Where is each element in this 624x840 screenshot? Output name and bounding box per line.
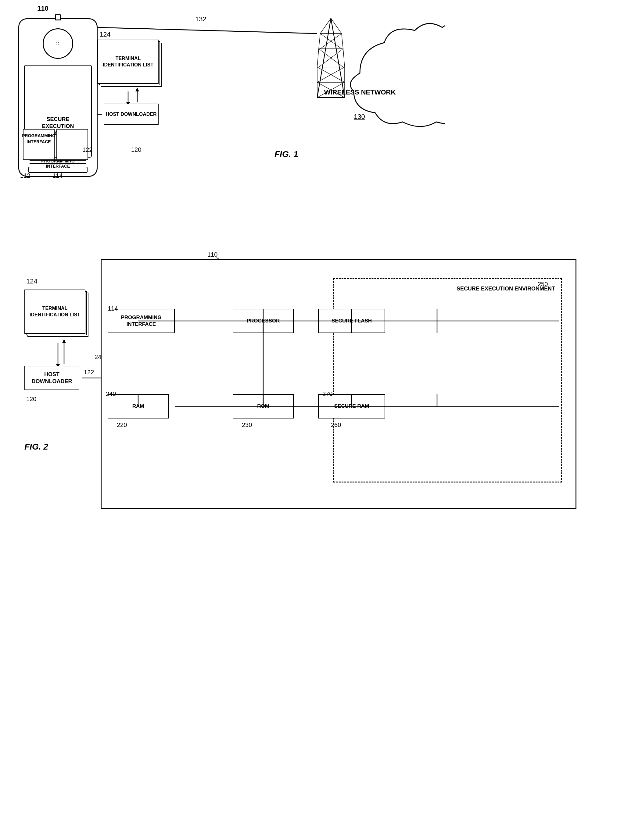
phone-antenna — [55, 14, 61, 20]
fig2-title: FIG. 2 — [25, 442, 48, 452]
svg-line-19 — [341, 34, 343, 49]
svg-line-21 — [317, 49, 319, 67]
svg-text:122: 122 — [84, 369, 94, 376]
label-110-fig1: 110 — [37, 5, 48, 12]
label-120-fig2: 120 — [26, 396, 36, 402]
label-122-fig1: 122 — [82, 146, 93, 153]
rom-label-fig2: ROM — [257, 403, 269, 409]
ram-box-fig2: RAM — [108, 394, 169, 418]
proc-label-fig2: PROCESSOR — [247, 318, 280, 324]
label-124-fig2: 124 — [26, 277, 37, 285]
label-270-fig2: 270 — [322, 390, 332, 398]
proc-box-fig2: PROCESSOR — [233, 309, 294, 333]
fig2-container: 122 240 210 — [0, 228, 624, 808]
hd-box-fig1: HOST DOWNLOADER — [104, 103, 159, 125]
pi-label-fig2: PROGRAMMING INTERFACE — [108, 314, 174, 328]
label-250-fig2: 250 — [538, 281, 548, 288]
rom-box-fig2: ROM — [233, 394, 294, 418]
diagram-container: 132 ∷ SECURE EXECUTION ENVIRONMENT PROGR… — [0, 0, 624, 840]
main-device-fig2: SECURE EXECUTION ENVIRONMENT 250 PROGRAM… — [100, 259, 576, 509]
pi-box-fig2: PROGRAMMING INTERFACE — [108, 309, 175, 333]
hd-box-fig2: HOST DOWNLOADER — [25, 366, 79, 390]
sram-label-fig2: SECURE RAM — [334, 403, 369, 409]
phone-screen: SECURE EXECUTION ENVIRONMENT PROGRAMMING… — [24, 65, 92, 157]
svg-marker-39 — [62, 339, 66, 343]
til-label-fig1: TERMINAL IDENTIFICATION LIST — [98, 55, 158, 68]
wireless-label-fig1: WIRELESS NETWORK — [281, 88, 439, 96]
label-240-fig2: 240 — [106, 390, 116, 398]
label-114-fig1: 114 — [53, 172, 63, 179]
phone-dots: ∷ — [56, 40, 61, 47]
label-124-fig1: 124 — [99, 31, 111, 39]
til-box-fig1: TERMINAL IDENTIFICATION LIST — [97, 40, 165, 88]
phone-see-label: SECURE EXECUTION ENVIRONMENT — [31, 116, 85, 137]
sf-box-fig2: SECURE FLASH — [318, 309, 385, 333]
fig1-title: FIG. 1 — [275, 150, 298, 159]
ram-label-fig2: RAM — [132, 403, 144, 409]
hd-label-fig2: HOST DOWNLOADER — [25, 371, 79, 385]
svg-line-14 — [331, 18, 344, 97]
svg-text:110: 110 — [207, 251, 218, 258]
label-260-fig2: 260 — [331, 422, 341, 428]
label-230-fig2: 230 — [242, 422, 252, 428]
label-220-fig2: 220 — [117, 422, 127, 428]
sf-label-fig2: SECURE FLASH — [332, 318, 372, 324]
phone-feet — [28, 167, 88, 173]
phone-speaker: ∷ — [43, 28, 73, 59]
svg-line-13 — [317, 18, 331, 97]
svg-text:132: 132 — [195, 15, 207, 23]
svg-line-22 — [343, 49, 344, 67]
hd-label-fig1: HOST DOWNLOADER — [105, 111, 156, 118]
tower-svg-fig1 — [317, 18, 344, 103]
til-label-fig2: TERMINAL IDENTIFICATION LIST — [25, 305, 85, 318]
label-120-fig1: 120 — [131, 146, 141, 153]
label-114-fig2: 114 — [108, 305, 118, 312]
phone-pi-box: PROGRAMMING INTERFACE — [29, 163, 86, 164]
til2-paper-front: TERMINAL IDENTIFICATION LIST — [25, 290, 85, 334]
svg-line-18 — [319, 34, 320, 49]
label-130-fig1: 130 — [354, 113, 365, 121]
sram-box-fig2: SECURE RAM — [318, 394, 385, 418]
til-box-fig2: TERMINAL IDENTIFICATION LIST — [25, 290, 91, 338]
label-112-fig1: 112 — [20, 172, 30, 179]
til-paper-front: TERMINAL IDENTIFICATION LIST — [97, 40, 159, 84]
